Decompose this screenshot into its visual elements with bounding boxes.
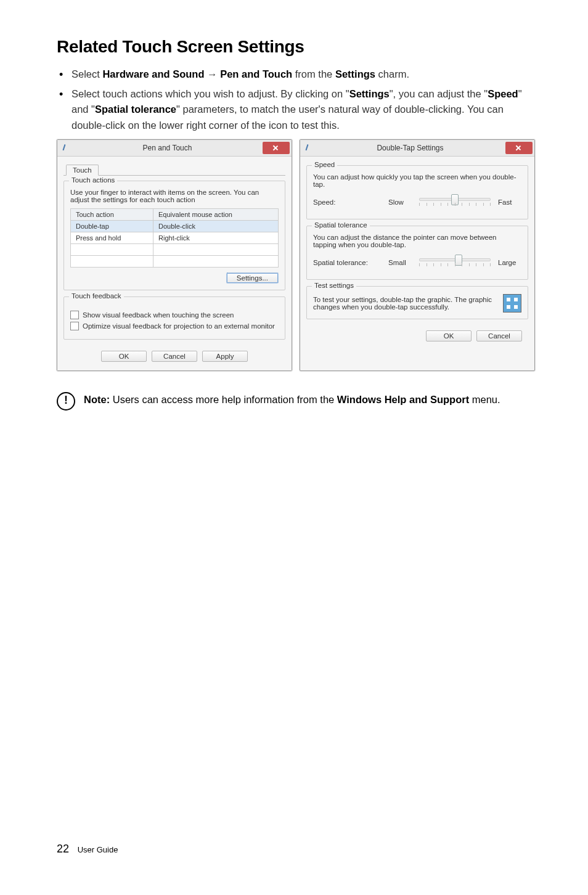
tab-touch[interactable]: Touch — [66, 165, 99, 176]
ok-button[interactable]: OK — [426, 330, 472, 341]
note: ! Note: Users can access more help infor… — [57, 386, 539, 411]
group-title: Touch feedback — [69, 292, 124, 300]
cancel-button[interactable]: Cancel — [152, 351, 197, 362]
footer-label: User Guide — [78, 845, 118, 854]
text-bold: Settings — [349, 88, 390, 99]
bullet-list: Select Hardware and Sound → Pen and Touc… — [57, 67, 539, 133]
table-cell-empty — [71, 244, 153, 256]
text-bold: Pen and Touch — [220, 68, 292, 80]
ok-button[interactable]: OK — [101, 351, 147, 362]
checkbox-show-feedback[interactable]: Show visual feedback when touching the s… — [70, 311, 279, 319]
touch-feedback-group: Touch feedback Show visual feedback when… — [63, 296, 285, 340]
apply-button[interactable]: Apply — [202, 351, 248, 362]
table-cell[interactable]: Press and hold — [71, 232, 153, 244]
text: ", you can adjust the " — [390, 88, 488, 99]
slider-max-label: Fast — [498, 198, 521, 206]
settings-button[interactable]: Settings... — [226, 272, 279, 284]
slider-label: Spatial tolerance: — [313, 259, 381, 266]
speed-slider[interactable] — [419, 194, 491, 210]
text-bold: Settings — [335, 68, 375, 80]
pen-icon — [304, 144, 311, 152]
slider-min-label: Slow — [388, 198, 412, 206]
table-cell[interactable]: Double-click — [153, 221, 279, 232]
group-title: Spatial tolerance — [312, 221, 370, 229]
slider-min-label: Small — [388, 259, 412, 266]
bullet-item: Select Hardware and Sound → Pen and Touc… — [57, 67, 539, 83]
text-bold: Spatial tolerance — [95, 104, 176, 115]
page-heading: Related Touch Screen Settings — [57, 37, 539, 57]
group-title: Test settings — [312, 282, 356, 289]
double-tap-settings-dialog: Double-Tap Settings Speed You can adjust… — [300, 139, 535, 371]
table-cell-empty — [71, 256, 153, 268]
tab-strip: Touch — [63, 161, 285, 176]
attention-icon: ! — [57, 392, 75, 411]
table-header: Touch action — [71, 209, 153, 221]
table-cell-empty — [153, 244, 279, 256]
pen-icon — [61, 144, 68, 152]
dialog-title: Pen and Touch — [72, 144, 263, 152]
text-bold: Windows Help and Support — [337, 394, 469, 405]
checkbox-icon — [70, 322, 79, 330]
pen-and-touch-dialog: Pen and Touch Touch Touch actions Use yo… — [57, 139, 292, 371]
slider-label: Speed: — [313, 198, 381, 206]
speed-group: Speed You can adjust how quickly you tap… — [306, 165, 528, 219]
text: charm. — [375, 68, 409, 80]
text: → — [204, 68, 220, 80]
titlebar: Double-Tap Settings — [300, 140, 534, 157]
dialog-button-row: OK Cancel Apply — [63, 346, 285, 364]
checkbox-optimize-feedback[interactable]: Optimize visual feedback for projection … — [70, 322, 279, 330]
text-bold: Speed — [488, 88, 518, 99]
text: Users can access more help information f… — [110, 394, 337, 405]
group-description: You can adjust how quickly you tap the s… — [313, 173, 521, 188]
titlebar: Pen and Touch — [57, 140, 292, 157]
table-cell[interactable]: Right-click — [153, 232, 279, 244]
dialog-title: Double-Tap Settings — [315, 144, 505, 152]
checkbox-label: Optimize visual feedback for projection … — [83, 322, 275, 330]
note-text: Note: Users can access more help informa… — [84, 392, 500, 411]
text: from the — [292, 68, 335, 80]
test-graphic[interactable] — [503, 294, 521, 313]
touch-actions-group: Touch actions Use your finger to interac… — [63, 181, 285, 290]
close-icon[interactable] — [263, 142, 290, 154]
touch-actions-table: Touch action Equivalent mouse action Dou… — [70, 208, 279, 268]
text-bold: Hardware and Sound — [102, 68, 204, 80]
table-cell[interactable]: Double-tap — [71, 221, 153, 232]
text-bold: Note: — [84, 394, 110, 405]
page-footer: 22 User Guide — [57, 843, 118, 856]
checkbox-icon — [70, 311, 79, 319]
test-settings-group: Test settings To test your settings, dou… — [306, 286, 528, 319]
spatial-slider[interactable] — [419, 255, 491, 271]
text: Select touch actions which you wish to a… — [71, 88, 349, 99]
table-header: Equivalent mouse action — [153, 209, 279, 221]
spatial-tolerance-group: Spatial tolerance You can adjust the dis… — [306, 226, 528, 280]
group-title: Touch actions — [69, 176, 117, 184]
bullet-item: Select touch actions which you wish to a… — [57, 86, 539, 134]
slider-max-label: Large — [498, 259, 521, 266]
group-description: Use your finger to interact with items o… — [70, 189, 279, 203]
cancel-button[interactable]: Cancel — [476, 330, 522, 341]
text: menu. — [469, 394, 500, 405]
text: Select — [71, 68, 102, 80]
dialog-button-row: OK Cancel — [306, 325, 528, 344]
group-description: To test your settings, double-tap the gr… — [313, 296, 497, 311]
close-icon[interactable] — [505, 142, 533, 154]
group-title: Speed — [312, 161, 337, 168]
checkbox-label: Show visual feedback when touching the s… — [83, 311, 234, 319]
group-description: You can adjust the distance the pointer … — [313, 234, 521, 248]
page-number: 22 — [57, 843, 69, 855]
table-cell-empty — [153, 256, 279, 268]
